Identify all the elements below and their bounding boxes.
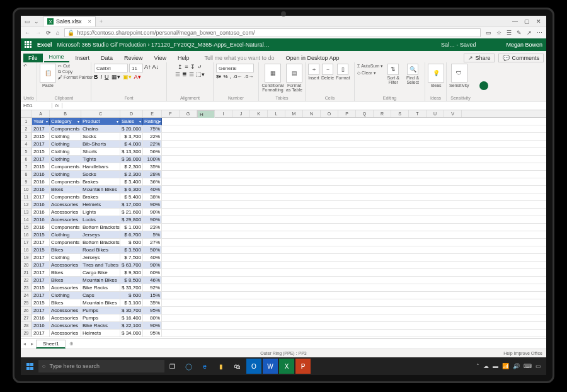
table-cell[interactable]: 2015 <box>32 148 50 156</box>
row-header[interactable]: 22 <box>21 277 32 284</box>
sheet-nav-next[interactable]: ▸ <box>28 341 36 347</box>
table-cell[interactable]: 2017 <box>32 307 50 314</box>
table-cell[interactable]: Clothing <box>50 133 81 141</box>
table-cell[interactable]: Mountain Bikes <box>81 277 120 284</box>
border-button[interactable]: ▦▾ <box>112 74 120 80</box>
table-cell[interactable]: 2016 <box>32 314 50 322</box>
table-cell[interactable]: $ 30,700 <box>120 307 143 314</box>
table-cell[interactable]: Jerseys <box>81 254 120 262</box>
table-cell[interactable]: 2017 <box>32 239 50 246</box>
table-cell[interactable]: $ 1,000 <box>120 224 143 231</box>
favorite-icon[interactable]: ☆ <box>496 30 501 36</box>
table-cell[interactable]: $ 8,500 <box>120 277 143 284</box>
table-cell[interactable]: 2015 <box>32 231 50 239</box>
row-header[interactable]: 27 <box>21 314 32 322</box>
store-icon[interactable]: 🛍 <box>230 359 245 374</box>
table-header-cell[interactable]: Category▾ <box>50 118 81 125</box>
table-cell[interactable]: 2016 <box>32 186 50 193</box>
wifi-icon[interactable]: 📶 <box>502 363 509 369</box>
table-cell[interactable]: 2017 <box>32 193 50 201</box>
row-header[interactable]: 5 <box>21 148 32 156</box>
satchel-icon[interactable]: ▭ <box>25 18 30 25</box>
clear-button[interactable]: ◇ Clear ▾ <box>357 71 383 76</box>
app-launcher-icon[interactable] <box>25 41 32 49</box>
table-cell[interactable]: $ 600 <box>120 292 143 299</box>
column-header[interactable]: D <box>120 110 143 117</box>
table-cell[interactable]: Components <box>50 224 81 231</box>
table-cell[interactable]: 90% <box>143 262 162 269</box>
table-cell[interactable]: $ 3,400 <box>120 178 143 186</box>
table-cell[interactable]: Bikes <box>50 186 81 193</box>
table-cell[interactable]: 2017 <box>32 125 50 133</box>
table-cell[interactable]: Socks <box>81 171 120 178</box>
nav-forward-icon[interactable]: → <box>35 30 41 36</box>
row-header[interactable]: 21 <box>21 269 32 277</box>
tab-data[interactable]: Data <box>96 54 118 62</box>
table-cell[interactable]: 2017 <box>32 262 50 269</box>
row-header[interactable]: 6 <box>21 156 32 163</box>
table-cell[interactable]: $ 33,700 <box>120 284 143 292</box>
word-icon[interactable]: W <box>263 359 278 374</box>
table-cell[interactable]: Clothing <box>50 292 81 299</box>
cond-format-button[interactable]: ▦Conditional Formatting <box>261 64 284 92</box>
table-cell[interactable]: Clothing <box>50 171 81 178</box>
help-improve-link[interactable]: Help Improve Office <box>503 351 542 355</box>
table-cell[interactable]: Caps <box>81 292 120 299</box>
column-header[interactable]: N <box>303 110 321 117</box>
wrap-text-icon[interactable]: ⤶ <box>197 64 202 70</box>
font-shrink-icon[interactable]: A↓ <box>152 64 159 72</box>
table-cell[interactable]: $ 3,100 <box>120 299 143 307</box>
table-cell[interactable]: Clothing <box>50 148 81 156</box>
table-cell[interactable]: Components <box>50 239 81 246</box>
nav-home-icon[interactable]: ⌂ <box>56 30 59 36</box>
table-cell[interactable]: Bottom Brackets <box>81 239 120 246</box>
nav-back-icon[interactable]: ← <box>25 30 30 36</box>
table-cell[interactable]: 2016 <box>32 224 50 231</box>
table-cell[interactable]: 75% <box>143 125 162 133</box>
table-cell[interactable]: Bottom Brackets <box>81 224 120 231</box>
table-cell[interactable]: $ 17,000 <box>120 201 143 209</box>
table-cell[interactable]: $ 34,000 <box>120 330 143 337</box>
window-maximize-icon[interactable]: ▢ <box>524 18 530 25</box>
table-header-cell[interactable]: Product▾ <box>81 118 120 125</box>
table-cell[interactable]: Components <box>50 125 81 133</box>
hub-icon[interactable]: ☰ <box>507 30 512 36</box>
table-cell[interactable]: 2017 <box>32 269 50 277</box>
table-cell[interactable]: Helmets <box>81 201 120 209</box>
table-cell[interactable]: Bikes <box>50 277 81 284</box>
table-cell[interactable]: Cargo Bike <box>81 269 120 277</box>
table-cell[interactable]: Handlebars <box>81 163 120 171</box>
column-header[interactable]: T <box>409 110 427 117</box>
tab-home[interactable]: Home <box>44 52 69 62</box>
table-cell[interactable]: Brakes <box>81 178 120 186</box>
table-cell[interactable]: 2017 <box>32 277 50 284</box>
table-cell[interactable]: 38% <box>143 193 162 201</box>
align-bottom-icon[interactable]: ↧ <box>190 64 195 70</box>
table-header-cell[interactable]: Rating▾ <box>143 118 162 125</box>
table-cell[interactable]: Bikes <box>50 269 81 277</box>
table-cell[interactable]: 23% <box>143 224 162 231</box>
keyboard-icon[interactable]: ⌨ <box>524 363 532 369</box>
table-cell[interactable]: Chains <box>81 125 120 133</box>
outlook-icon[interactable]: O <box>246 359 261 374</box>
row-header[interactable]: 16 <box>21 231 32 239</box>
row-header[interactable]: 12 <box>21 201 32 209</box>
format-painter-button[interactable]: 🖌 Format Painter <box>58 75 93 79</box>
percent-icon[interactable]: % <box>223 74 227 79</box>
table-cell[interactable]: 35% <box>143 163 162 171</box>
comments-button[interactable]: 💬 Comments <box>498 54 544 62</box>
table-cell[interactable]: 2015 <box>32 284 50 292</box>
column-header[interactable]: Q <box>356 110 374 117</box>
taskbar-search[interactable]: ○ Type here to search <box>38 360 164 372</box>
dropdown-icon[interactable]: ⌄ <box>34 18 39 25</box>
row-header[interactable]: 2 <box>21 125 32 133</box>
table-cell[interactable]: Components <box>50 178 81 186</box>
task-view-icon[interactable]: ❐ <box>164 359 180 374</box>
align-left-icon[interactable]: ☰ <box>175 71 180 78</box>
sort-filter-button[interactable]: ⇅Sort & Filter <box>385 64 401 84</box>
row-header[interactable]: 29 <box>21 330 32 337</box>
table-cell[interactable]: 15% <box>143 292 162 299</box>
table-cell[interactable]: 2016 <box>32 216 50 224</box>
table-cell[interactable]: $ 22,100 <box>120 322 143 330</box>
table-cell[interactable]: Socks <box>81 133 120 141</box>
